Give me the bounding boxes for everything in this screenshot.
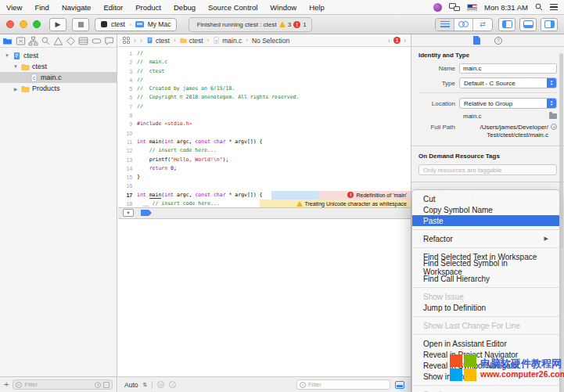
inspector-scrollbar[interactable] <box>559 53 563 249</box>
code-line-3[interactable]: 3// ctest <box>118 67 411 76</box>
standard-editor-button[interactable] <box>436 19 454 31</box>
issue-navigator-tab[interactable] <box>53 35 64 46</box>
breadcrumb-main-c[interactable]: cmain.c <box>213 37 242 45</box>
context-menu-item-find-selected-symbol-in-workspace[interactable]: Find Selected Symbol in Workspace <box>412 262 559 273</box>
zoom-window-button[interactable] <box>33 20 41 28</box>
version-editor-button[interactable]: ⇄ <box>473 19 492 31</box>
choose-folder-icon[interactable] <box>549 113 557 119</box>
menu-item-help[interactable]: Help <box>303 3 331 12</box>
related-items-icon[interactable] <box>123 37 130 44</box>
breakpoint-navigator-tab[interactable] <box>91 35 102 46</box>
minimize-window-button[interactable] <box>20 20 27 28</box>
location-dropdown[interactable]: Relative to Group ▲▼ <box>459 98 557 109</box>
test-navigator-tab[interactable] <box>66 35 77 46</box>
code-line-1[interactable]: 1// <box>118 49 411 58</box>
name-field[interactable]: main.c <box>459 63 557 74</box>
input-source-flag-icon[interactable] <box>467 4 477 11</box>
menu-item-source-control[interactable]: Source Control <box>202 3 264 12</box>
report-navigator-tab[interactable] <box>103 35 114 46</box>
notification-center-icon[interactable] <box>550 4 558 10</box>
spotlight-icon[interactable] <box>535 3 543 11</box>
code-line-12[interactable]: 12 // insert code here... <box>118 146 411 155</box>
source-control-navigator-tab[interactable] <box>15 35 26 46</box>
menu-item-editor[interactable]: Editor <box>97 3 129 12</box>
context-menu-item-paste[interactable]: Paste <box>412 215 559 226</box>
quick-help-tab[interactable]: ? <box>494 37 502 45</box>
context-menu-item-copy-symbol-name[interactable]: Copy Symbol Name <box>412 204 559 215</box>
code-line-5[interactable]: 5// Created by james on 6/15/18. <box>118 85 411 93</box>
breadcrumb-ctest[interactable]: ctest <box>146 37 170 45</box>
run-button[interactable]: ▶ <box>49 18 66 31</box>
forward-button[interactable]: › <box>140 37 142 45</box>
scheme-selector[interactable]: ctest › My Mac <box>95 18 177 31</box>
tree-row-ctest[interactable]: ▼ctest <box>0 61 117 72</box>
displays-icon[interactable] <box>449 3 460 11</box>
previous-issue-button[interactable]: ‹ <box>388 37 390 45</box>
breadcrumb-ctest[interactable]: ctest <box>180 37 203 45</box>
project-navigator-tab[interactable] <box>2 35 13 46</box>
context-menu-item-cut[interactable]: Cut <box>412 193 559 204</box>
find-navigator-tab[interactable] <box>41 35 52 46</box>
code-line-7[interactable]: 7// <box>118 102 411 111</box>
stop-button[interactable] <box>72 18 89 31</box>
code-line-11[interactable]: 11int main(int argc, const char * argv[]… <box>118 138 411 146</box>
menubar-clock[interactable]: Mon 8:31 AM <box>484 3 528 12</box>
disclosure-open-icon[interactable]: ▼ <box>4 53 10 58</box>
recent-files-icon[interactable] <box>95 382 101 388</box>
code-line-2[interactable]: 2// main.c <box>118 58 411 67</box>
clear-console-icon[interactable]: ⊘ <box>157 381 164 388</box>
code-line-17[interactable]: 17int main(int argc, const char * argv[]… <box>118 191 411 200</box>
issue-badge[interactable]: 1 <box>393 37 401 44</box>
debug-navigator-tab[interactable] <box>78 35 89 46</box>
close-window-button[interactable] <box>6 20 14 28</box>
breakpoint-toggle-icon[interactable] <box>141 210 152 216</box>
add-button[interactable]: + <box>4 380 9 389</box>
menu-item-find[interactable]: Find <box>28 3 55 12</box>
context-menu-item-open-in-assistant-editor[interactable]: Open in Assistant Editor <box>412 338 559 349</box>
back-button[interactable]: ‹ <box>134 37 136 45</box>
code-line-10[interactable]: 10 <box>118 129 411 138</box>
code-line-9[interactable]: 9#include <stdio.h> <box>118 120 411 128</box>
disclosure-closed-icon[interactable]: ▶ <box>13 86 19 92</box>
code-line-18[interactable]: 18 __ // insert code here... <box>118 200 411 207</box>
disclosure-open-icon[interactable]: ▼ <box>13 64 19 69</box>
breadcrumb-no-selection[interactable]: No Selection <box>252 37 289 45</box>
menu-item-navigate[interactable]: Navigate <box>56 3 98 12</box>
hide-debug-area-button[interactable]: ▼ <box>123 209 134 217</box>
app-status-icon[interactable] <box>433 3 442 12</box>
context-menu-item-refactor[interactable]: Refactor▶ <box>412 233 559 244</box>
code-line-14[interactable]: 14 return 0; <box>118 164 411 173</box>
assistant-editor-button[interactable] <box>454 19 473 31</box>
toggle-debug-area-button[interactable] <box>519 18 537 31</box>
menu-item-view[interactable]: View <box>0 3 28 12</box>
console-filter-field[interactable]: Filter <box>296 379 390 390</box>
debug-console[interactable] <box>118 219 411 377</box>
code-line-8[interactable]: 8 <box>118 111 411 120</box>
tree-row-main-c[interactable]: cmain.c <box>0 72 117 83</box>
file-inspector-tab[interactable] <box>473 36 480 45</box>
symbol-navigator-tab[interactable] <box>27 35 38 46</box>
source-control-status-icon[interactable] <box>103 382 110 388</box>
resource-tags-field[interactable]: Only resources are taggable <box>419 164 557 175</box>
source-code-editor[interactable]: !Redefinition of 'main'Treating Unicode … <box>118 47 411 207</box>
tree-row-products[interactable]: ▶Products <box>0 83 117 94</box>
code-line-4[interactable]: 4// <box>118 76 411 85</box>
next-issue-button[interactable]: › <box>404 37 406 45</box>
warning-triangle-icon[interactable] <box>279 21 286 27</box>
menu-item-window[interactable]: Window <box>264 3 303 12</box>
menu-item-debug[interactable]: Debug <box>167 3 202 12</box>
console-view-toggle-icon[interactable] <box>395 381 404 389</box>
code-line-13[interactable]: 13 printf("Hello, World!\n"); <box>118 156 411 164</box>
toggle-navigator-button[interactable] <box>498 18 516 31</box>
navigator-filter-field[interactable]: Filter <box>13 379 113 390</box>
toggle-inspector-button[interactable] <box>541 18 558 31</box>
menu-item-product[interactable]: Product <box>129 3 167 12</box>
type-dropdown[interactable]: Default - C Source ▲▼ <box>459 77 557 88</box>
variables-scope-label[interactable]: Auto <box>124 381 138 389</box>
code-line-6[interactable]: 6// Copyright © 2018 onenotegem. All rig… <box>118 93 411 102</box>
error-circle-icon[interactable]: ! <box>293 21 300 28</box>
reveal-path-arrow-icon[interactable]: ➜ <box>551 124 557 130</box>
tree-row-ctest[interactable]: ▼ctest <box>0 50 117 61</box>
code-line-16[interactable]: 16 <box>118 182 411 190</box>
info-icon[interactable]: i <box>169 381 176 388</box>
